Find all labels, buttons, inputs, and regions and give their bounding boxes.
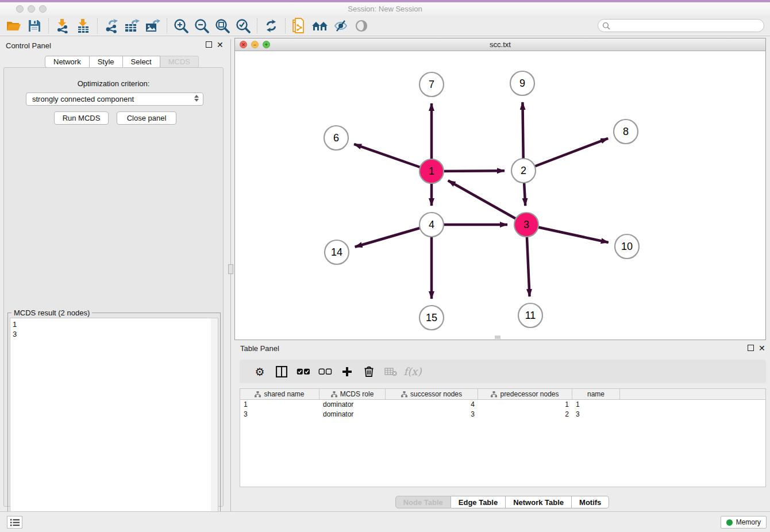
show-graphics-details-button[interactable] [351,17,372,35]
memory-label: Memory [736,518,761,526]
cell-MCDS-role[interactable]: dominator [319,410,386,419]
node-label-11: 11 [525,310,536,321]
optimization-criterion-label: Optimization criterion: [4,79,223,88]
edge-3-1[interactable] [448,180,526,225]
mcds-result-textarea[interactable]: 13 [10,318,218,525]
column-label: successor nodes [410,390,462,398]
zoom-in-button[interactable] [171,17,191,35]
memory-button[interactable]: Memory [721,516,767,529]
add-column-button[interactable] [336,363,358,380]
cell-successor-nodes[interactable]: 4 [386,400,478,410]
tab-style[interactable]: Style [90,56,123,68]
zoom-out-button[interactable] [191,17,212,35]
dropdown-arrows-icon [194,95,199,102]
panel-splitter[interactable] [230,39,231,511]
column-label: predecessor nodes [500,390,559,398]
close-table-panel-icon[interactable]: ✕ [759,344,765,353]
result-scrollbar[interactable] [211,318,218,525]
network-file-icon [292,18,307,34]
export-image-icon [145,18,160,33]
cell-name[interactable]: 1 [572,400,620,410]
node-label-9: 9 [519,78,525,89]
cell-predecessor-nodes[interactable]: 2 [478,410,572,419]
cell-successor-nodes[interactable]: 3 [386,410,478,419]
import-network-button[interactable] [52,17,73,35]
home-icon [311,20,329,32]
table-panel-title: Table Panel [240,344,279,353]
column-header-MCDS-role[interactable]: MCDS role [319,389,386,399]
zoom-out-icon [194,18,209,33]
result-line: 3 [13,329,215,339]
tab-edge-table[interactable]: Edge Table [451,496,506,508]
mcds-panel: Optimization criterion: strongly connect… [3,67,224,507]
network-overview-button[interactable] [289,17,310,35]
cell-predecessor-nodes[interactable]: 1 [478,400,572,410]
search-input[interactable] [598,19,764,32]
splitter-handle[interactable] [228,264,233,274]
node-label-7: 7 [429,79,434,90]
zoom-selected-button[interactable] [233,17,253,35]
column-settings-button[interactable]: ⚙ [249,363,271,380]
split-view-button[interactable] [271,363,292,380]
shared-column-icon [255,391,261,398]
toolbar-separator [167,18,167,33]
export-network-button[interactable] [101,17,122,35]
open-session-button[interactable] [3,17,24,35]
open-folder-icon [6,20,21,32]
tab-mcds[interactable]: MCDS [160,56,199,68]
mcds-result-title: MCDS result (2 nodes) [11,309,92,317]
apply-layout-button[interactable] [261,17,282,35]
hide-graphics-details-button[interactable] [330,17,351,35]
unselect-all-button[interactable] [314,363,336,380]
run-mcds-button[interactable]: Run MCDS [54,111,109,125]
home-button[interactable] [310,17,330,35]
network-graph-canvas[interactable]: 7968124314101511 [235,51,765,340]
trash-icon [364,366,374,377]
cell-name[interactable]: 3 [572,410,620,419]
optimization-criterion-select[interactable]: strongly connected component [26,92,203,106]
tab-node-table[interactable]: Node Table [395,496,451,508]
eye-icon [354,19,369,33]
table-row[interactable]: 3dominator323 [240,410,765,419]
float-table-panel-icon[interactable] [748,345,754,351]
edge-2-8[interactable] [523,138,608,171]
close-panel-icon[interactable]: ✕ [217,40,224,49]
save-session-button[interactable] [24,17,45,35]
table-row[interactable]: 1dominator411 [240,400,765,410]
column-header-shared-name[interactable]: shared name [240,389,319,399]
control-panel: Control Panel ✕ NetworkStyleSelectMCDS O… [0,39,227,511]
apply-function-button[interactable]: f(x) [402,363,424,380]
tab-network-table[interactable]: Network Table [506,496,572,508]
export-image-button[interactable] [143,17,163,35]
memory-status-icon [726,519,733,526]
close-panel-button[interactable]: Close panel [117,111,176,125]
cell-MCDS-role[interactable]: dominator [319,400,386,410]
export-table-button[interactable] [122,17,143,35]
zoom-fit-button[interactable] [212,17,233,35]
toolbar-separator [257,18,257,33]
refresh-icon [264,18,279,33]
float-panel-icon[interactable] [206,41,212,48]
network-window-titlebar[interactable]: ✕ – + scc.txt [235,38,765,51]
import-table-button[interactable] [73,17,94,35]
tab-select[interactable]: Select [123,56,160,68]
shared-column-icon [491,391,497,398]
column-header-name[interactable]: name [572,389,620,399]
delete-table-button[interactable] [380,363,402,380]
delete-column-button[interactable] [358,363,380,380]
cell-shared-name[interactable]: 3 [240,410,319,419]
select-all-button[interactable] [292,363,314,380]
node-label-4: 4 [429,219,434,230]
task-history-button[interactable] [7,516,22,529]
export-network-icon [104,18,119,33]
status-bar: Memory [0,511,770,532]
table-body: 1dominator4113dominator323 [240,400,765,419]
tab-network[interactable]: Network [45,56,90,68]
column-header-successor-nodes[interactable]: successor nodes [386,389,478,399]
column-header-predecessor-nodes[interactable]: predecessor nodes [478,389,572,399]
node-label-8: 8 [623,126,629,137]
cell-shared-name[interactable]: 1 [240,400,319,410]
tab-motifs[interactable]: Motifs [572,496,609,508]
network-resize-grip[interactable] [495,336,500,339]
control-panel-tabs: NetworkStyleSelectMCDS [45,56,199,68]
